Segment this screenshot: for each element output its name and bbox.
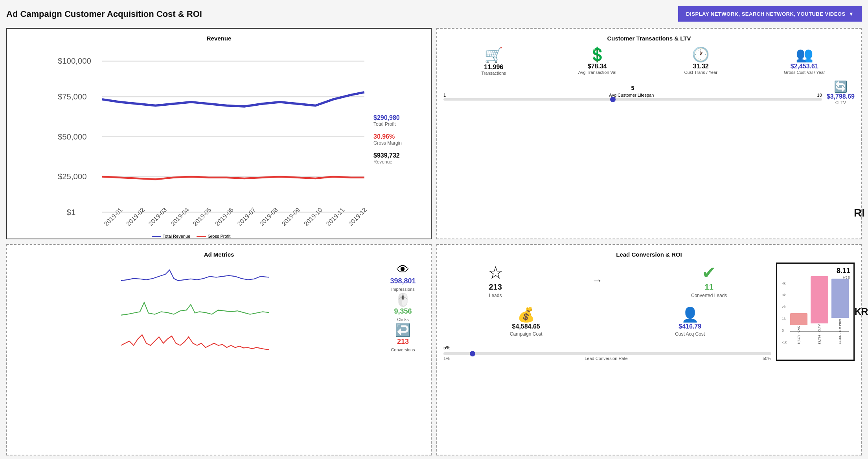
ct-avg-transaction-value: $78.34 [547, 63, 648, 70]
cltv-bar [811, 276, 828, 323]
impressions-sparkline [13, 264, 377, 291]
ct-bottom-row: 5 1 Avg Customer Lifespan 10 🔄 $3,798.69… [443, 80, 855, 105]
conversions-value: 213 [381, 338, 425, 346]
ct-avg-transaction: 💲 $78.34 Avg Transaction Val [547, 46, 648, 75]
clicks-sparkline [13, 294, 377, 321]
cac-bar-label: $(417) - CAC [797, 326, 800, 344]
net-profit-bar [831, 279, 849, 318]
revenue-panel-title: Revenue [13, 35, 425, 42]
revenue-chart-svg: $100,000 $75,000 $50,000 $25,000 $1 [13, 46, 369, 232]
svg-text:2019-09: 2019-09 [280, 206, 301, 227]
slider-number-above: 5 [443, 85, 822, 91]
conversions-metric: ↩️ 213 Conversions [381, 323, 425, 353]
svg-text:$50,000: $50,000 [58, 132, 86, 141]
clicks-value: 9,356 [381, 307, 425, 316]
y-label-3k: 3k [782, 293, 787, 297]
svg-text:2019-02: 2019-02 [125, 206, 146, 227]
cart-icon: 🛒 [443, 46, 544, 64]
slider-axis-label: Avg Customer Lifespan [609, 93, 654, 97]
customer-transactions-title: Customer Transactions & LTV [443, 35, 855, 42]
ct-slider-area: 5 1 Avg Customer Lifespan 10 [443, 85, 822, 101]
svg-text:2019-10: 2019-10 [303, 206, 324, 227]
ad-metrics-panel: Ad Metrics [6, 244, 432, 455]
svg-text:2019-05: 2019-05 [191, 206, 212, 227]
revenue-panel: Revenue $100,000 $75,000 $50,000 $25,000… [6, 28, 432, 239]
legend-line-blue [152, 236, 161, 237]
lc-slider-max: 50% [763, 356, 771, 361]
legend-total-revenue-label: Total Revenue [163, 234, 190, 239]
stat-gross-margin-label: Gross Margin [373, 140, 425, 146]
clicks-label: Clicks [397, 317, 408, 322]
lc-slider-min: 1% [443, 356, 450, 361]
roi-panel: 8.11 ROI 4k 3k 2k 1k 0 -1k [776, 263, 855, 361]
star-icon: ☆ [488, 263, 503, 283]
refresh-icon: 🔄 [834, 80, 848, 93]
clicks-svg [13, 294, 377, 321]
lc-campaign-cost-block: 💰 $4,584.65 Campaign Cost [510, 307, 542, 337]
y-label-neg1k: -1k [782, 340, 787, 344]
dropdown-chevron-icon: ▼ [849, 11, 854, 17]
y-axis-labels: 4k 3k 2k 1k 0 -1k [782, 281, 787, 344]
clicks-metric: 🖱️ 9,356 Clicks [381, 292, 425, 323]
roi-value-block: 8.11 ROI [837, 267, 850, 280]
svg-text:$75,000: $75,000 [58, 92, 86, 101]
slider-labels-row: 1 Avg Customer Lifespan 10 [443, 93, 822, 97]
bars-container: $(417) - CAC $3,798 - CLTV $3,383 - Net … [790, 281, 849, 344]
customer-transactions-panel: Customer Transactions & LTV 🛒 11,996 Tra… [436, 28, 862, 239]
ad-chart-area [13, 263, 377, 353]
ad-metrics-col: 👁 398,801 Impressions 🖱️ 9,356 Clicks ↩️… [381, 263, 425, 353]
svg-text:2019-01: 2019-01 [103, 206, 123, 227]
y-label-0: 0 [782, 329, 787, 332]
cltv-bar-label: $3,798 - CLTV [818, 324, 821, 344]
ct-transactions: 🛒 11,996 Transactions [443, 46, 544, 75]
ct-icons-grid: 🛒 11,996 Transactions 💲 $78.34 Avg Trans… [443, 46, 855, 75]
checkmark-icon: ✔ [691, 263, 727, 283]
kri-label: KRI [855, 306, 868, 317]
y-label-2k: 2k [782, 305, 787, 309]
lead-conversion-rate-slider[interactable] [443, 352, 771, 355]
lc-slider-bottom-label: Lead Conversion Rate [585, 356, 627, 361]
ct-gross-cust-val-label: Gross Cust Val / Year [754, 70, 855, 75]
lc-cust-acq-cost-block: 👤 $416.79 Cust Acq Cost [675, 307, 705, 337]
lc-slider-bottom: 1% Lead Conversion Rate 50% [443, 356, 771, 361]
lc-slider-label-row: 5% [443, 345, 771, 351]
dollar-circle-icon: 💲 [547, 46, 648, 63]
lead-conversion-panel: Lead Conversion & ROI ☆ 213 Leads → ✔ 11… [436, 244, 862, 455]
cltv-value: $3,798.69 [827, 93, 855, 100]
lc-converted-leads-block: ✔ 11 Converted Leads [691, 263, 727, 299]
conversions-label: Conversions [391, 347, 415, 352]
y-label-4k: 4k [782, 281, 787, 285]
svg-text:2019-12: 2019-12 [347, 206, 368, 227]
stat-revenue-value: $939,732 [373, 152, 425, 159]
stat-total-profit: $290,980 Total Profit [373, 114, 425, 127]
net-profit-bar-group: $3,383 - Net Profit [831, 279, 849, 344]
svg-text:$25,000: $25,000 [58, 172, 86, 181]
network-button-label: DISPLAY NETWORK, SEARCH NETWORK, YOUTUBE… [686, 11, 845, 17]
lc-leads-value: 213 [488, 283, 503, 292]
ct-gross-cust-val-value: $2,453.61 [754, 63, 855, 70]
dollar-circle-icon2: 💰 [510, 307, 542, 323]
lc-cost-row: 💰 $4,584.65 Campaign Cost 👤 $416.79 Cust… [443, 307, 771, 337]
lc-slider-section: 5% 1% Lead Conversion Rate 50% [443, 345, 771, 361]
lc-slider-thumb [470, 351, 475, 356]
stat-gross-margin: 30.96% Gross Margin [373, 133, 425, 146]
legend-total-revenue: Total Revenue [152, 234, 190, 239]
avg-customer-lifespan-slider[interactable] [443, 98, 822, 101]
dashboard-grid: Revenue $100,000 $75,000 $50,000 $25,000… [6, 28, 862, 455]
svg-text:$100,000: $100,000 [58, 57, 91, 65]
stat-total-profit-value: $290,980 [373, 114, 425, 121]
impressions-label: Impressions [391, 287, 414, 292]
lc-leads-block: ☆ 213 Leads [488, 263, 503, 299]
network-filter-button[interactable]: DISPLAY NETWORK, SEARCH NETWORK, YOUTUBE… [678, 6, 862, 22]
ri-label: RI [854, 207, 865, 219]
lc-cust-acq-label: Cust Acq Cost [675, 331, 705, 337]
conversions-sparkline [13, 324, 377, 352]
lead-conversion-title: Lead Conversion & ROI [443, 251, 855, 258]
y-label-1k: 1k [782, 317, 787, 321]
ct-cltv-block: 🔄 $3,798.69 CLTV [827, 80, 855, 105]
people-icon: 👥 [754, 46, 855, 63]
revenue-stats: $290,980 Total Profit 30.96% Gross Margi… [373, 46, 425, 232]
impressions-svg [13, 264, 377, 291]
legend-gross-profit: Gross Profit [197, 234, 230, 239]
svg-text:2019-03: 2019-03 [147, 206, 168, 227]
